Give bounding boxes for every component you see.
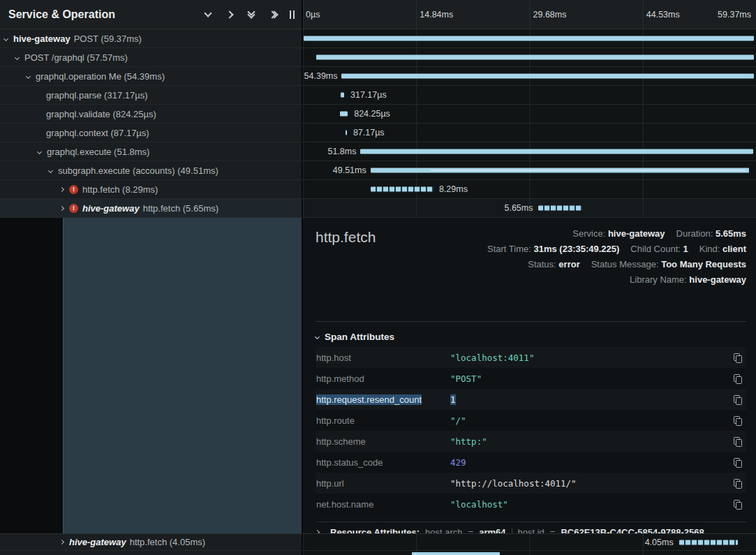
span-bar-row: 5.65ms xyxy=(303,199,756,217)
attr-key: http.scheme xyxy=(316,436,366,447)
collapse-all-icon[interactable] xyxy=(246,10,256,20)
span-attributes-toggle[interactable]: Span Attributes xyxy=(316,332,746,342)
copy-icon[interactable] xyxy=(734,395,742,404)
copy-icon[interactable] xyxy=(734,458,742,467)
span-operation: graphql.execute (51.8ms) xyxy=(47,147,149,157)
span-bar-row: 49.51ms xyxy=(303,161,756,179)
span-tree-item[interactable]: graphql.validate (824.25µs) xyxy=(0,105,303,123)
attr-key: http.status_code xyxy=(316,457,383,468)
meta-duration: Duration: 5.65ms xyxy=(676,226,746,242)
span-bar[interactable] xyxy=(341,74,755,79)
expand-all-icon[interactable] xyxy=(268,10,278,20)
attr-value: "POST" xyxy=(450,373,482,384)
span-bar[interactable] xyxy=(371,168,750,173)
span-row: graphql.context (87.17µs) 87.17µs xyxy=(0,124,756,142)
meta-status: Status: error xyxy=(528,257,579,272)
span-bar-row: 317.17µs xyxy=(303,86,756,104)
span-bar[interactable] xyxy=(679,540,738,545)
span-row: graphql.execute (51.8ms) 51.8ms xyxy=(0,142,756,161)
attr-row-selected: http.request.resend_count 1 xyxy=(316,389,746,410)
span-tree-item[interactable]: hive-gateway http.fetch (5.65ms) xyxy=(0,199,303,217)
span-bar[interactable] xyxy=(412,552,501,555)
attr-key: http.request.resend_count xyxy=(316,394,422,405)
ruler-tick: 29.68ms xyxy=(533,10,567,20)
panel-resize-handle[interactable] xyxy=(290,10,295,19)
copy-icon[interactable] xyxy=(734,353,742,362)
expand-one-icon[interactable] xyxy=(225,10,235,20)
resource-value: arm64 xyxy=(479,527,505,533)
chevron-down-icon[interactable] xyxy=(3,36,8,40)
copy-icon[interactable] xyxy=(734,374,742,383)
span-bar[interactable] xyxy=(371,187,433,192)
span-tree-item[interactable]: graphql.parse (317.17µs) xyxy=(0,86,303,104)
span-attributes-title: Span Attributes xyxy=(325,332,394,342)
span-detail-panel: http.fetch Service: hive-gateway Duratio… xyxy=(303,218,756,533)
span-row: hive-gateway POST (59.37ms) xyxy=(0,29,756,48)
selected-span-indent-region xyxy=(0,218,303,533)
span-operation: http.fetch (8.29ms) xyxy=(82,184,158,195)
chevron-down-icon[interactable] xyxy=(15,54,20,59)
chevron-down-icon[interactable] xyxy=(26,73,31,78)
span-bar-row: 8.29ms xyxy=(303,180,756,198)
resource-attributes-title: Resource Attributes: xyxy=(330,527,420,533)
chevron-right-icon[interactable] xyxy=(59,540,64,545)
detail-section: http.fetch Service: hive-gateway Duratio… xyxy=(0,218,756,533)
span-tree-item[interactable] xyxy=(0,551,303,555)
span-bar[interactable] xyxy=(341,93,344,98)
attr-key: http.route xyxy=(316,415,355,426)
span-tree-item[interactable]: graphql.operation Me (54.39ms) xyxy=(0,67,303,85)
chevron-down-icon[interactable] xyxy=(48,168,53,172)
attr-value: "http:" xyxy=(450,436,487,447)
span-duration-label: 49.51ms xyxy=(333,165,366,175)
collapse-one-icon[interactable] xyxy=(203,10,213,20)
span-tree-item[interactable]: hive-gateway http.fetch (4.05ms) xyxy=(0,534,303,550)
span-operation: POST /graphql (57.57ms) xyxy=(24,52,128,63)
span-duration-label: 87.17µs xyxy=(353,128,385,138)
attr-row: http.host "localhost:4011" xyxy=(316,347,746,368)
span-operation: http.fetch (4.05ms) xyxy=(130,537,205,547)
span-duration-label: 8.29ms xyxy=(439,184,468,194)
resource-value: BC62E13B-C4CC-5854-9788-2568… xyxy=(561,527,713,533)
span-bar[interactable] xyxy=(538,206,581,211)
chevron-right-icon xyxy=(316,530,320,533)
span-bar[interactable] xyxy=(346,131,347,135)
chevron-down-icon xyxy=(315,334,320,339)
attr-key: http.url xyxy=(316,478,344,489)
meta-start-time: Start Time: 31ms (23:35:49.225) xyxy=(487,242,619,257)
chevron-down-icon[interactable] xyxy=(37,149,42,154)
panel-title: Service & Operation xyxy=(8,8,115,21)
span-row: POST /graphql (57.57ms) xyxy=(0,48,756,67)
trace-viewer: Service & Operation 0µs 14.84ms 29.68ms … xyxy=(0,0,756,555)
span-tree-item[interactable]: graphql.context (87.17µs) xyxy=(0,124,303,142)
span-tree-item[interactable]: POST /graphql (57.57ms) xyxy=(0,48,303,66)
resource-attributes-row[interactable]: Resource Attributes: host.arch = arm64 h… xyxy=(316,521,746,533)
attr-row: http.scheme "http:" xyxy=(316,431,746,452)
span-row-selected: hive-gateway http.fetch (5.65ms) 5.65ms xyxy=(0,199,756,218)
span-tree-item[interactable]: hive-gateway POST (59.37ms) xyxy=(0,29,303,47)
meta-status-message: Status Message: Too Many Requests xyxy=(591,257,746,272)
span-duration-label: 4.05ms xyxy=(645,538,674,547)
span-tree-item[interactable]: http.fetch (8.29ms) xyxy=(0,180,303,198)
child-span-line xyxy=(431,170,745,171)
timeline-ruler: 0µs 14.84ms 29.68ms 44.53ms 59.37ms xyxy=(303,0,756,29)
left-panel-header: Service & Operation xyxy=(0,0,303,29)
span-bar[interactable] xyxy=(316,55,754,60)
span-bar[interactable] xyxy=(340,112,348,117)
copy-icon[interactable] xyxy=(734,437,742,446)
span-tree-item[interactable]: subgraph.execute (accounts) (49.51ms) xyxy=(0,161,303,179)
meta-kind: Kind: client xyxy=(699,242,746,257)
span-bar[interactable] xyxy=(360,149,753,154)
copy-icon[interactable] xyxy=(734,500,742,509)
span-row: graphql.parse (317.17µs) 317.17µs xyxy=(0,86,756,105)
chevron-right-icon[interactable] xyxy=(59,186,64,191)
attributes-table: http.host "localhost:4011" http.method "… xyxy=(316,347,746,515)
chevron-right-icon[interactable] xyxy=(59,205,64,210)
meta-child-count: Child Count: 1 xyxy=(630,242,688,257)
span-operation: subgraph.execute (accounts) (49.51ms) xyxy=(58,165,218,176)
attr-value: "http://localhost:4011/" xyxy=(450,478,577,489)
span-tree-item[interactable]: graphql.execute (51.8ms) xyxy=(0,142,303,161)
span-bar[interactable] xyxy=(304,36,754,41)
meta-library-name: Library Name: hive-gateway xyxy=(630,272,746,288)
copy-icon[interactable] xyxy=(734,479,742,488)
copy-icon[interactable] xyxy=(734,416,742,425)
